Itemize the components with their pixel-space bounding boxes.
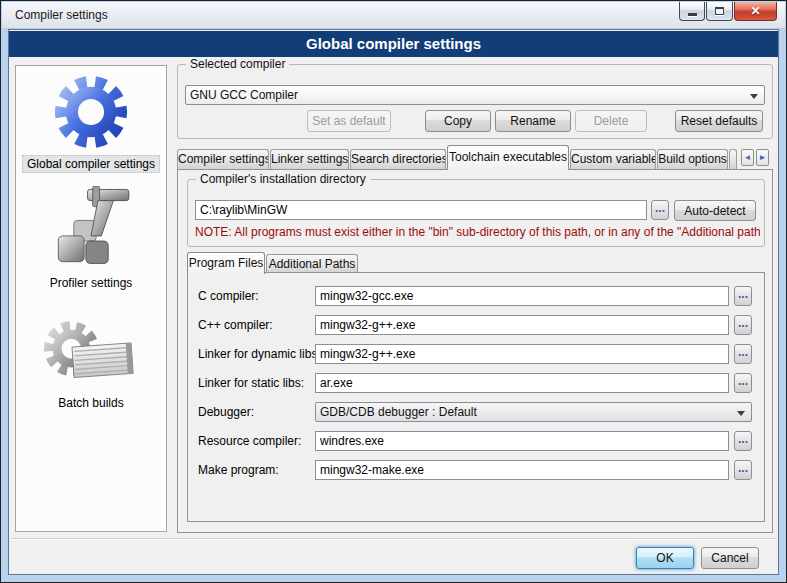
calipers-icon [48,186,134,272]
minimize-icon [688,13,697,16]
maximize-icon [715,7,724,15]
reset-defaults-button[interactable]: Reset defaults [675,110,763,132]
cpp-compiler-browse-button[interactable]: ... [734,315,752,335]
sidebar-item-batch-builds[interactable]: Batch builds [16,316,166,411]
main-tabstrip: Compiler settings Linker settings Search… [177,144,738,169]
cpp-compiler-input[interactable] [315,315,729,335]
arrow-right-icon: ► [759,153,767,162]
set-as-default-button[interactable]: Set as default [307,110,391,132]
selected-compiler-group-label: Selected compiler [186,57,289,71]
tab-build-options[interactable]: Build options [657,149,728,169]
footer-separator [11,538,776,540]
copy-button[interactable]: Copy [425,110,491,132]
dialog-content: Global compiler settings Global [8,29,779,575]
sidebar-item-profiler-settings[interactable]: Profiler settings [16,186,166,291]
dynamic-linker-input[interactable] [315,344,729,364]
c-compiler-label: C compiler: [198,289,259,303]
tab-custom-variables[interactable]: Custom variables [570,149,656,169]
chevron-down-icon [750,94,758,99]
compiler-select[interactable]: GNU GCC Compiler [185,85,765,105]
chevron-down-icon [737,411,745,416]
install-dir-group-label: Compiler's installation directory [196,172,370,186]
resource-compiler-browse-button[interactable]: ... [734,431,752,451]
debugger-label: Debugger: [198,405,254,419]
sidebar-item-label: Profiler settings [46,275,137,291]
sidebar-item-global-compiler-settings[interactable]: Global compiler settings [16,72,166,173]
delete-button[interactable]: Delete [575,110,647,132]
resource-compiler-input[interactable] [315,431,729,451]
titlebar: Compiler settings [2,2,785,29]
close-icon: ✕ [750,4,760,18]
subtab-additional-paths[interactable]: Additional Paths [266,254,358,273]
sub-tabstrip: Program Files Additional Paths [187,251,359,273]
tab-toolchain-executables[interactable]: Toolchain executables [447,145,569,170]
debugger-select-value: GDB/CDB debugger : Default [320,405,477,419]
install-dir-note: NOTE: All programs must exist either in … [195,225,760,239]
minimize-button[interactable] [679,2,705,21]
subtab-program-files[interactable]: Program Files [187,252,265,274]
page-title: Global compiler settings [9,31,778,57]
compiler-settings-window: Compiler settings ✕ Global compiler sett… [0,0,787,583]
program-files-panel: C compiler: ... C++ compiler: ... Linker… [187,272,765,522]
static-linker-label: Linker for static libs: [198,376,304,390]
selected-compiler-group: Selected compiler GNU GCC Compiler Set a… [177,64,773,139]
dynamic-linker-label: Linker for dynamic libs: [198,347,321,361]
cancel-button[interactable]: Cancel [701,547,759,569]
rename-button[interactable]: Rename [495,110,571,132]
resource-compiler-label: Resource compiler: [198,434,301,448]
debugger-select[interactable]: GDB/CDB debugger : Default [315,402,752,422]
tab-search-directories[interactable]: Search directories [350,149,446,169]
maximize-button[interactable] [706,2,733,21]
static-linker-browse-button[interactable]: ... [734,373,752,393]
cpp-compiler-label: C++ compiler: [198,318,273,332]
close-button[interactable]: ✕ [734,2,777,21]
sidebar-item-label: Batch builds [54,395,127,411]
compiler-select-value: GNU GCC Compiler [190,88,298,102]
tab-scroll-right-button[interactable]: ► [756,149,769,166]
static-linker-input[interactable] [315,373,729,393]
window-title: Compiler settings [15,8,108,22]
make-program-browse-button[interactable]: ... [734,460,752,480]
arrow-left-icon: ◄ [744,153,752,162]
blue-gear-icon [47,72,135,152]
tab-clipped[interactable] [729,149,737,169]
dynamic-linker-browse-button[interactable]: ... [734,344,752,364]
ok-button[interactable]: OK [636,547,694,569]
gear-stack-icon [39,316,143,392]
install-dir-browse-button[interactable]: ... [651,200,669,220]
c-compiler-input[interactable] [315,286,729,306]
toolchain-panel: Compiler's installation directory ... Au… [177,169,773,533]
tab-linker-settings[interactable]: Linker settings [270,149,349,169]
autodetect-button[interactable]: Auto-detect [674,200,756,221]
make-program-input[interactable] [315,460,729,480]
install-dir-input[interactable] [195,200,647,220]
sidebar: Global compiler settings Profil [15,65,167,532]
tab-scroll-left-button[interactable]: ◄ [741,149,754,166]
c-compiler-browse-button[interactable]: ... [734,286,752,306]
sidebar-item-label: Global compiler settings [22,155,160,173]
tab-compiler-settings[interactable]: Compiler settings [177,149,269,169]
make-program-label: Make program: [198,463,279,477]
install-dir-group: Compiler's installation directory ... Au… [187,179,765,247]
window-controls: ✕ [678,2,777,21]
